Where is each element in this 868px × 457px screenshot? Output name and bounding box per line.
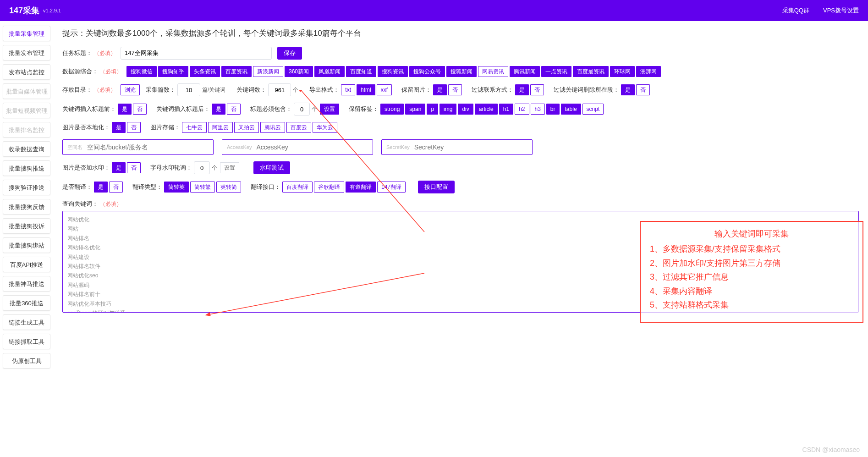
count-input[interactable] bbox=[177, 83, 200, 96]
cloud-storage-tag[interactable]: 又拍云 bbox=[234, 122, 259, 133]
title-must-input[interactable] bbox=[294, 103, 310, 116]
watermark-test-button[interactable]: 水印测试 bbox=[253, 161, 290, 174]
space-name-field[interactable]: 空间名 bbox=[62, 139, 214, 155]
filter-kw-no[interactable]: 否 bbox=[636, 84, 650, 95]
translate-api-tag[interactable]: 百度翻译 bbox=[282, 182, 313, 193]
save-button[interactable]: 保存 bbox=[277, 47, 302, 60]
sidebar-item[interactable]: 伪原创工具 bbox=[3, 353, 50, 369]
annot-line: 5、支持站群格式采集 bbox=[650, 298, 853, 312]
source-tag[interactable]: 百度知道 bbox=[346, 66, 376, 77]
keep-tag[interactable]: br bbox=[546, 104, 560, 115]
watermark-no[interactable]: 否 bbox=[127, 162, 141, 173]
source-tag[interactable]: 百度资讯 bbox=[221, 66, 252, 77]
source-tag[interactable]: 搜狗公众号 bbox=[409, 66, 445, 77]
keep-tag[interactable]: h2 bbox=[515, 104, 529, 115]
char-wm-input[interactable] bbox=[194, 161, 210, 174]
keep-tag[interactable]: table bbox=[561, 104, 581, 115]
sidebar-item[interactable]: 链接抓取工具 bbox=[3, 334, 50, 349]
sidebar-item[interactable]: 链接生成工具 bbox=[3, 314, 50, 330]
keep-img-yes[interactable]: 是 bbox=[433, 84, 447, 95]
insert-after-label: 关键词插入标题后： bbox=[156, 105, 210, 113]
keep-tag[interactable]: strong bbox=[380, 104, 404, 115]
keep-tag[interactable]: h3 bbox=[531, 104, 545, 115]
cloud-storage-tag[interactable]: 腾讯云 bbox=[260, 122, 285, 133]
ak-input[interactable] bbox=[256, 143, 368, 151]
source-tag[interactable]: 凤凰新闻 bbox=[314, 66, 345, 77]
keep-img-no[interactable]: 否 bbox=[448, 84, 462, 95]
keep-tag[interactable]: h1 bbox=[499, 104, 513, 115]
source-tag[interactable]: 腾讯新闻 bbox=[510, 66, 540, 77]
translate-type-tag[interactable]: 英转简 bbox=[216, 182, 241, 193]
source-tag[interactable]: 澎湃网 bbox=[636, 66, 661, 77]
sidebar-item[interactable]: 批量搜狗绑站 bbox=[3, 237, 50, 253]
access-key-field[interactable]: AccessKey bbox=[222, 139, 373, 155]
source-tag[interactable]: 搜狗微信 bbox=[126, 66, 157, 77]
source-tag[interactable]: 搜狗知乎 bbox=[158, 66, 188, 77]
translate-api-tag[interactable]: 147翻译 bbox=[377, 182, 406, 193]
keep-tag[interactable]: div bbox=[458, 104, 473, 115]
source-tag[interactable]: 新浪新闻 bbox=[253, 66, 283, 77]
translate-type-tag[interactable]: 简转英 bbox=[164, 182, 189, 193]
source-tag[interactable]: 搜狗资讯 bbox=[378, 66, 408, 77]
source-tag[interactable]: 一点资讯 bbox=[541, 66, 571, 77]
keep-tag[interactable]: script bbox=[582, 104, 604, 115]
filter-contact-yes[interactable]: 是 bbox=[515, 84, 529, 95]
source-tag[interactable]: 网易资讯 bbox=[478, 66, 508, 77]
img-local-no[interactable]: 否 bbox=[127, 122, 141, 133]
filter-contact-no[interactable]: 否 bbox=[530, 84, 544, 95]
space-input[interactable] bbox=[87, 143, 209, 151]
browse-button[interactable]: 浏览 bbox=[121, 84, 140, 95]
translate-api-tag[interactable]: 谷歌翻译 bbox=[314, 182, 344, 193]
img-local-yes[interactable]: 是 bbox=[112, 122, 126, 133]
source-tag[interactable]: 搜狐新闻 bbox=[446, 66, 477, 77]
insert-after-yes[interactable]: 是 bbox=[212, 104, 225, 115]
sidebar-item[interactable]: 批量搜狗反馈 bbox=[3, 199, 50, 215]
sidebar-item[interactable]: 批量发布管理 bbox=[3, 45, 50, 61]
sidebar-item[interactable]: 收录数据查询 bbox=[3, 141, 50, 157]
source-tag[interactable]: 环球网 bbox=[610, 66, 635, 77]
title-must-set-button[interactable]: 设置 bbox=[320, 104, 339, 115]
char-wm-set-button[interactable]: 设置 bbox=[220, 162, 239, 173]
export-format-tag[interactable]: html bbox=[357, 84, 375, 95]
source-tag[interactable]: 360新闻 bbox=[285, 66, 313, 77]
keep-tag[interactable]: p bbox=[427, 104, 438, 115]
task-title-input[interactable] bbox=[121, 47, 272, 60]
export-format-tag[interactable]: txt bbox=[341, 84, 355, 95]
source-tag[interactable]: 头条资讯 bbox=[190, 66, 220, 77]
export-format-tag[interactable]: xxf bbox=[377, 84, 392, 95]
cloud-storage-tag[interactable]: 阿里云 bbox=[208, 122, 233, 133]
sidebar-item[interactable]: 批量神马推送 bbox=[3, 276, 50, 292]
insert-before-no[interactable]: 否 bbox=[133, 104, 147, 115]
sidebar-item[interactable]: 百度API推送 bbox=[3, 257, 50, 272]
link-qq-group[interactable]: 采集QQ群 bbox=[782, 6, 809, 15]
task-title-label: 任务标题： bbox=[62, 49, 92, 57]
kw-count-suffix: 个 bbox=[293, 86, 298, 94]
cloud-storage-tag[interactable]: 七牛云 bbox=[182, 122, 207, 133]
secret-key-field[interactable]: SecretKey bbox=[381, 139, 533, 155]
filter-kw-yes[interactable]: 是 bbox=[621, 84, 635, 95]
sk-input[interactable] bbox=[414, 143, 527, 151]
keep-tag[interactable]: article bbox=[475, 104, 498, 115]
insert-after-no[interactable]: 否 bbox=[227, 104, 241, 115]
link-vps-settings[interactable]: VPS拨号设置 bbox=[823, 6, 859, 15]
cloud-storage-tag[interactable]: 百度云 bbox=[286, 122, 311, 133]
sidebar-item[interactable]: 发布站点监控 bbox=[3, 64, 50, 80]
translate-api-tag[interactable]: 有道翻译 bbox=[346, 182, 376, 193]
sidebar-item[interactable]: 批量采集管理 bbox=[3, 26, 50, 41]
sidebar-item[interactable]: 搜狗验证推送 bbox=[3, 180, 50, 195]
cloud-storage-tag[interactable]: 华为云 bbox=[313, 122, 337, 133]
keep-tag[interactable]: img bbox=[439, 104, 456, 115]
sidebar-item[interactable]: 批量360推送 bbox=[3, 295, 50, 311]
keep-tag[interactable]: span bbox=[405, 104, 425, 115]
source-tag[interactable]: 百度最资讯 bbox=[573, 66, 609, 77]
kw-count-input[interactable] bbox=[268, 83, 291, 96]
watermark-yes[interactable]: 是 bbox=[112, 162, 126, 173]
sidebar-item[interactable]: 批量搜狗推送 bbox=[3, 160, 50, 176]
api-config-button[interactable]: 接口配置 bbox=[418, 181, 455, 193]
sidebar-item[interactable]: 批量搜狗投诉 bbox=[3, 218, 50, 234]
space-prefix: 空间名 bbox=[67, 144, 82, 151]
translate-type-tag[interactable]: 简转繁 bbox=[190, 182, 215, 193]
translate-yes[interactable]: 是 bbox=[94, 182, 108, 193]
translate-no[interactable]: 否 bbox=[109, 182, 123, 193]
insert-before-yes[interactable]: 是 bbox=[118, 104, 132, 115]
